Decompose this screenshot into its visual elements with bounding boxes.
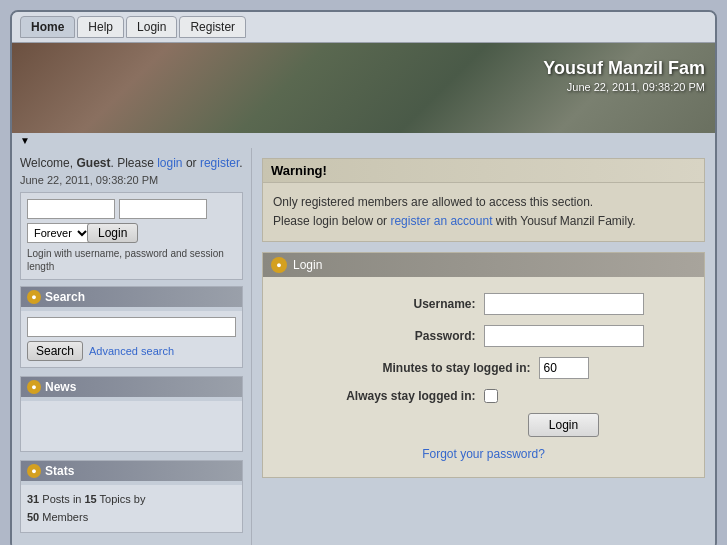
password-field[interactable] <box>484 325 644 347</box>
news-section-body <box>21 401 242 451</box>
submit-row: Login <box>283 413 684 437</box>
stats-text: 31 Posts in 15 Topics by 50 Members <box>27 491 236 526</box>
please-text: . Please <box>110 156 157 170</box>
warning-line2: Please login below or register an accoun… <box>273 212 694 231</box>
sidebar-login-button[interactable]: Login <box>87 223 138 243</box>
news-section: ● News <box>20 376 243 452</box>
expand-arrow[interactable]: ▼ <box>12 133 715 148</box>
news-section-icon: ● <box>27 380 41 394</box>
stats-section-header: ● Stats <box>21 461 242 481</box>
warning-box: Warning! Only registered members are all… <box>262 158 705 242</box>
stats-section-body: 31 Posts in 15 Topics by 50 Members <box>21 485 242 532</box>
stats-section-label: Stats <box>45 464 74 478</box>
warning-body3: with Yousuf Manzil Family. <box>492 214 635 228</box>
search-row: Search Advanced search <box>27 341 236 361</box>
password-row: Password: <box>283 325 684 347</box>
forgot-password-link[interactable]: Forgot your password? <box>283 447 684 461</box>
search-section-header: ● Search <box>21 287 242 307</box>
or-text: or <box>183 156 200 170</box>
banner-title: Yousuf Manzil Fam <box>543 58 705 79</box>
main-content: Warning! Only registered members are all… <box>252 148 715 545</box>
search-section: ● Search Search Advanced search <box>20 286 243 368</box>
nav-tab-login[interactable]: Login <box>126 16 177 38</box>
username-row: Username: <box>283 293 684 315</box>
login-hint: Login with username, password and sessio… <box>27 247 236 273</box>
register-link[interactable]: register <box>200 156 239 170</box>
stats-members-label: Members <box>42 511 88 523</box>
search-input[interactable] <box>27 317 236 337</box>
sidebar-login-controls: Forever 1 Hour 30 Min Login <box>27 223 236 243</box>
sidebar-credential-row <box>27 199 236 219</box>
main-layout: Welcome, Guest. Please login or register… <box>12 148 715 545</box>
sidebar-login-form: Forever 1 Hour 30 Min Login Login with u… <box>20 192 243 280</box>
guest-label: Guest <box>76 156 110 170</box>
stats-posts-count: 31 <box>27 493 39 505</box>
search-button[interactable]: Search <box>27 341 83 361</box>
nav-tab-help[interactable]: Help <box>77 16 124 38</box>
sidebar-password-input[interactable] <box>119 199 207 219</box>
nav-tab-home[interactable]: Home <box>20 16 75 38</box>
login-panel-body: Username: Password: Minutes to stay logg… <box>263 277 704 477</box>
username-field[interactable] <box>484 293 644 315</box>
stats-section-icon: ● <box>27 464 41 478</box>
search-section-label: Search <box>45 290 85 304</box>
search-section-body: Search Advanced search <box>21 311 242 367</box>
stats-members-count: 50 <box>27 511 39 523</box>
always-checkbox[interactable] <box>484 389 498 403</box>
banner: Yousuf Manzil Fam June 22, 2011, 09:38:2… <box>12 43 715 133</box>
warning-body: Only registered members are allowed to a… <box>263 183 704 241</box>
stats-section: ● Stats 31 Posts in 15 Topics by 50 Memb… <box>20 460 243 533</box>
app-wrapper: Home Help Login Register Yousuf Manzil F… <box>10 10 717 545</box>
welcome-text: Welcome, Guest. Please login or register… <box>20 156 243 170</box>
sidebar-username-input[interactable] <box>27 199 115 219</box>
minutes-row: Minutes to stay logged in: <box>283 357 684 379</box>
always-row: Always stay logged in: <box>283 389 684 403</box>
warning-header: Warning! <box>263 159 704 183</box>
login-link[interactable]: login <box>157 156 182 170</box>
period: . <box>239 156 242 170</box>
login-panel-title: Login <box>293 258 322 272</box>
search-section-icon: ● <box>27 290 41 304</box>
banner-text: Yousuf Manzil Fam June 22, 2011, 09:38:2… <box>543 58 705 93</box>
always-label: Always stay logged in: <box>324 389 484 403</box>
sidebar: Welcome, Guest. Please login or register… <box>12 148 252 545</box>
warning-body2: Please login below or <box>273 214 390 228</box>
login-panel-icon: ● <box>271 257 287 273</box>
advanced-search-link[interactable]: Advanced search <box>89 345 174 357</box>
login-panel: ● Login Username: Password: Minutes to s… <box>262 252 705 478</box>
stats-posts-label: Posts in <box>42 493 84 505</box>
news-section-header: ● News <box>21 377 242 397</box>
minutes-input[interactable] <box>539 357 589 379</box>
session-select[interactable]: Forever 1 Hour 30 Min <box>27 223 91 243</box>
login-panel-header: ● Login <box>263 253 704 277</box>
minutes-label: Minutes to stay logged in: <box>379 361 539 375</box>
stats-topics-count: 15 <box>85 493 97 505</box>
sidebar-date: June 22, 2011, 09:38:20 PM <box>20 174 243 186</box>
password-label: Password: <box>324 329 484 343</box>
banner-date: June 22, 2011, 09:38:20 PM <box>543 81 705 93</box>
username-label: Username: <box>324 297 484 311</box>
welcome-label: Welcome, <box>20 156 76 170</box>
warning-line1: Only registered members are allowed to a… <box>273 193 694 212</box>
news-section-label: News <box>45 380 76 394</box>
nav-tab-register[interactable]: Register <box>179 16 246 38</box>
nav-bar: Home Help Login Register <box>12 12 715 43</box>
warning-register-link[interactable]: register an account <box>390 214 492 228</box>
login-submit-button[interactable]: Login <box>528 413 599 437</box>
stats-topics-label: Topics by <box>100 493 146 505</box>
